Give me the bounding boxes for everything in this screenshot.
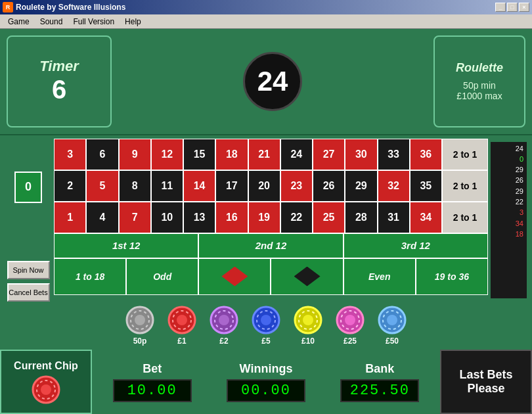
score-22: 22 [492, 196, 525, 207]
maximize-button[interactable]: □ [507, 3, 518, 12]
svg-point-5 [177, 315, 187, 325]
num-34[interactable]: 34 [410, 202, 442, 233]
menu-sound[interactable]: Sound [35, 16, 68, 28]
chip-5-item: £5 [252, 306, 280, 346]
scoreboard: 24 0 29 26 29 22 3 34 18 [491, 142, 527, 298]
winnings-column: Winnings 00.00 [227, 362, 305, 402]
menu-fullversion[interactable]: Full Version [68, 16, 120, 28]
num-2[interactable]: 2 [54, 170, 86, 202]
bank-label: Bank [365, 362, 394, 376]
two-to-one-mid[interactable]: 2 to 1 [442, 170, 488, 202]
num-25[interactable]: 25 [313, 202, 345, 233]
minimize-button[interactable]: _ [495, 3, 506, 12]
cancel-bets-button[interactable]: Cancel Bets [7, 283, 50, 302]
num-5[interactable]: 5 [86, 170, 118, 202]
spin-button[interactable]: Spin Now [7, 261, 50, 279]
num-19[interactable]: 19 [248, 202, 280, 233]
menu-game[interactable]: Game [3, 16, 35, 28]
num-33[interactable]: 33 [378, 139, 410, 170]
chip-50p-item: 50p [125, 306, 154, 346]
num-31[interactable]: 31 [378, 202, 410, 233]
number-grid: 3 6 9 12 15 18 21 24 27 30 33 36 2 5 8 [54, 139, 442, 233]
chip-5[interactable] [252, 306, 280, 334]
num-26[interactable]: 26 [313, 170, 345, 202]
num-9[interactable]: 9 [119, 139, 151, 170]
bet-column: Bet 10.00 [113, 362, 192, 402]
num-22[interactable]: 22 [280, 202, 313, 233]
two-to-one-top[interactable]: 2 to 1 [442, 139, 488, 170]
num-20[interactable]: 20 [248, 170, 280, 202]
close-button[interactable]: × [519, 3, 529, 12]
svg-point-23 [41, 384, 51, 395]
even-cell[interactable]: Even [344, 258, 416, 295]
num-3[interactable]: 3 [54, 139, 86, 170]
chip-50-item: £50 [378, 306, 407, 346]
current-chip-section: Current Chip [0, 350, 92, 414]
first-dozen[interactable]: 1st 12 [54, 233, 198, 258]
chip-5-label: £5 [261, 336, 270, 346]
chip-2[interactable] [210, 306, 238, 334]
zero-cell[interactable]: 0 [14, 172, 42, 203]
num-28[interactable]: 28 [345, 202, 377, 233]
num-14[interactable]: 14 [183, 170, 215, 202]
num-32[interactable]: 32 [378, 170, 410, 202]
menu-help[interactable]: Help [120, 16, 146, 28]
roulette-title: Roulette [456, 61, 503, 75]
num-12[interactable]: 12 [151, 139, 183, 170]
chip-25-item: £25 [336, 306, 365, 346]
num-15[interactable]: 15 [183, 139, 215, 170]
chip-1-item: £1 [167, 306, 196, 346]
score-3: 3 [492, 207, 525, 218]
timer-label: Timer [39, 58, 79, 75]
one-to-eighteen[interactable]: 1 to 18 [54, 258, 126, 295]
num-21[interactable]: 21 [248, 139, 280, 170]
chip-50p[interactable] [125, 306, 154, 334]
chip-1-label: £1 [177, 336, 186, 346]
svg-point-8 [219, 315, 229, 325]
num-23[interactable]: 23 [280, 170, 313, 202]
num-35[interactable]: 35 [410, 170, 442, 202]
third-dozen[interactable]: 3rd 12 [344, 233, 488, 258]
chip-50[interactable] [378, 306, 407, 334]
odd-cell[interactable]: Odd [126, 258, 198, 295]
chip-2-label: £2 [219, 336, 228, 346]
num-8[interactable]: 8 [119, 170, 151, 202]
num-24[interactable]: 24 [280, 139, 313, 170]
chip-10[interactable] [294, 306, 322, 334]
winnings-display: 00.00 [227, 379, 305, 402]
num-13[interactable]: 13 [183, 202, 215, 233]
chip-1[interactable] [167, 306, 196, 334]
menu-bar: Game Sound Full Version Help [0, 14, 532, 29]
num-11[interactable]: 11 [151, 170, 183, 202]
red-diamond-cell[interactable] [198, 258, 271, 295]
num-18[interactable]: 18 [215, 139, 248, 170]
timer-area: Timer 6 [7, 35, 112, 127]
two-to-one-bot[interactable]: 2 to 1 [442, 202, 488, 233]
last-bets-section: Last Bets Please [440, 350, 532, 414]
num-10[interactable]: 10 [151, 202, 183, 233]
num-4[interactable]: 4 [86, 202, 118, 233]
svg-point-11 [261, 315, 271, 325]
num-36[interactable]: 36 [410, 139, 442, 170]
title-bar: R Roulete by Software Illusions _ □ × [0, 0, 532, 14]
num-30[interactable]: 30 [345, 139, 377, 170]
19-to-36[interactable]: 19 to 36 [416, 258, 488, 295]
window-controls: _ □ × [495, 3, 529, 12]
black-diamond-cell[interactable] [271, 258, 343, 295]
betting-table: 3 6 9 12 15 18 21 24 27 30 33 36 2 5 8 [54, 139, 488, 302]
winnings-label: Winnings [240, 362, 293, 376]
num-27[interactable]: 27 [313, 139, 345, 170]
num-7[interactable]: 7 [119, 202, 151, 233]
main-area: Timer 6 24 Roulette 50p min £1000 max 0 … [0, 29, 532, 414]
chip-25[interactable] [336, 306, 365, 334]
red-diamond-icon [221, 267, 248, 287]
num-1[interactable]: 1 [54, 202, 86, 233]
num-16[interactable]: 16 [215, 202, 248, 233]
num-29[interactable]: 29 [345, 170, 377, 202]
second-dozen[interactable]: 2nd 12 [198, 233, 343, 258]
score-29a: 29 [492, 164, 525, 175]
number-rows: 3 6 9 12 15 18 21 24 27 30 33 36 2 5 8 [54, 139, 488, 233]
num-6[interactable]: 6 [86, 139, 118, 170]
num-17[interactable]: 17 [215, 170, 248, 202]
chip-10-item: £10 [294, 306, 322, 346]
